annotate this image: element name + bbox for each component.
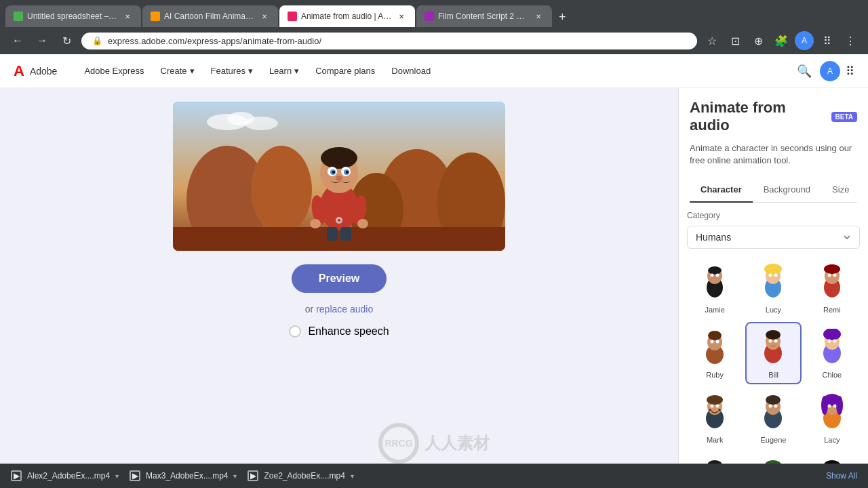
tab-close-2[interactable]: ✕: [259, 11, 270, 22]
svg-point-52: [774, 340, 778, 343]
chevron-down-icon-3[interactable]: ▾: [351, 472, 354, 480]
tab-bar: Untitled spreadsheet – Google ... ✕ AI C…: [0, 0, 868, 27]
character-card-eugene[interactable]: Eugene: [745, 387, 801, 449]
enhance-speech-radio[interactable]: [289, 325, 301, 338]
character-avatar-lucy: [753, 262, 793, 303]
browser-tab-1[interactable]: Untitled spreadsheet – Google ... ✕: [5, 5, 141, 27]
character-card-ruby[interactable]: Ruby: [687, 322, 743, 384]
browser-tab-2[interactable]: AI Cartoon Film Animation – C... ✕: [142, 5, 278, 27]
file-icon-2: ▶: [130, 470, 140, 481]
header-avatar[interactable]: A: [820, 61, 840, 81]
character-name-jamie: Jamie: [705, 306, 724, 314]
character-card-lucy[interactable]: Lucy: [745, 257, 801, 319]
character-card-mark[interactable]: Mark: [687, 387, 743, 449]
tab-favicon-1: [14, 12, 23, 21]
new-tab-button[interactable]: +: [553, 7, 572, 27]
character-avatar-jamie: [694, 262, 735, 303]
svg-point-37: [774, 274, 778, 277]
character-card-lacy[interactable]: Lacy: [804, 387, 860, 449]
browser-tab-3[interactable]: Animate from audio | Adobe E... ✕: [279, 5, 415, 27]
tab-favicon-4: [425, 12, 434, 21]
tab-character[interactable]: Character: [690, 178, 753, 203]
character-card-chloe[interactable]: Chloe: [804, 322, 860, 384]
tab-favicon-3: [288, 12, 297, 21]
svg-point-72: [823, 394, 841, 406]
tab-close-3[interactable]: ✕: [396, 11, 407, 22]
user-avatar[interactable]: A: [795, 31, 814, 50]
svg-point-67: [774, 405, 778, 408]
svg-point-22: [310, 219, 321, 228]
chloe-icon: [815, 329, 849, 367]
svg-point-41: [827, 274, 831, 277]
forward-button[interactable]: →: [33, 31, 52, 50]
character-name-bill: Bill: [768, 371, 778, 379]
category-select[interactable]: Humans Animals Fantasy Robots: [687, 226, 860, 249]
header-right: 🔍 A ⠿: [794, 61, 854, 81]
bookmark-button[interactable]: ☆: [703, 31, 722, 50]
character-avatar-lacy: [812, 392, 852, 433]
zoom-button[interactable]: ⊕: [749, 31, 768, 50]
nav-download[interactable]: Download: [384, 63, 437, 79]
extension-button[interactable]: 🧩: [772, 31, 791, 50]
reload-button[interactable]: ↻: [57, 31, 76, 50]
adobe-logo: A Adobe: [14, 62, 57, 80]
menu-button[interactable]: ⋮: [841, 31, 860, 50]
search-button[interactable]: 🔍: [794, 61, 814, 81]
chevron-down-icon: ▾: [190, 66, 195, 76]
character-name-chloe: Chloe: [822, 371, 842, 379]
chevron-down-icon: ▾: [294, 66, 299, 76]
nav-create[interactable]: Create ▾: [154, 63, 201, 79]
apps-button[interactable]: ⠿: [818, 31, 837, 50]
svg-point-12: [321, 147, 357, 169]
character-name-ruby: Ruby: [706, 371, 724, 379]
svg-point-51: [769, 340, 772, 343]
tab-label-1: Untitled spreadsheet – Google ...: [27, 12, 118, 21]
browser-tab-4[interactable]: Film Content Script 2 – Googl... ✕: [416, 5, 552, 27]
replace-audio-link[interactable]: replace audio: [316, 304, 373, 314]
cast-button[interactable]: ⊡: [726, 31, 745, 50]
back-button[interactable]: ←: [8, 31, 27, 50]
svg-point-66: [769, 405, 772, 408]
character-name-eugene: Eugene: [761, 436, 787, 444]
download-label-1: Alex2_AdobeEx....mp4: [27, 471, 110, 481]
file-icon-3: ▶: [248, 470, 258, 481]
character-name-mark: Mark: [707, 436, 723, 444]
remi-icon: [815, 264, 849, 302]
nav-features[interactable]: Features ▾: [204, 63, 260, 79]
nav-compare-plans[interactable]: Compare plans: [309, 63, 382, 79]
tab-close-4[interactable]: ✕: [533, 11, 544, 22]
tab-background[interactable]: Background: [753, 178, 821, 203]
svg-point-57: [833, 340, 836, 343]
nav-adobe-express[interactable]: Adobe Express: [77, 63, 151, 79]
svg-point-60: [707, 395, 723, 405]
character-card-bill[interactable]: Bill: [745, 322, 801, 384]
tab-size[interactable]: Size: [821, 178, 860, 203]
svg-point-61: [711, 405, 714, 408]
chevron-down-icon-1[interactable]: ▾: [115, 472, 119, 480]
panel-header: Animate from audio BETA Animate a charac…: [679, 88, 868, 203]
character-card-jamie[interactable]: Jamie: [687, 257, 743, 319]
address-box[interactable]: 🔒 express.adobe.com/express-apps/animate…: [81, 33, 697, 49]
chevron-down-icon-2[interactable]: ▾: [233, 472, 237, 480]
character-avatar-mark: [694, 392, 735, 433]
svg-rect-24: [327, 227, 338, 241]
replace-audio-row: or replace audio: [305, 304, 373, 314]
svg-point-62: [716, 405, 719, 408]
apps-grid-icon[interactable]: ⠿: [846, 64, 854, 79]
tab-close-1[interactable]: ✕: [122, 11, 133, 22]
right-panel: Animate from audio BETA Animate a charac…: [678, 88, 868, 488]
tab-label-2: AI Cartoon Film Animation – C...: [164, 12, 255, 21]
nav-learn[interactable]: Learn ▾: [262, 63, 306, 79]
svg-point-46: [711, 340, 714, 344]
panel-tabs: Character Background Size: [690, 178, 857, 203]
character-avatar-chloe: [812, 327, 852, 368]
tab-favicon-2: [151, 12, 160, 21]
show-all-button[interactable]: Show All: [826, 471, 857, 481]
preview-button[interactable]: Preview: [292, 264, 387, 293]
panel-title-row: Animate from audio BETA: [690, 99, 857, 134]
adobe-text: Adobe: [30, 66, 57, 77]
download-item-3: ▶ Zoe2_AdobeEx....mp4 ▾: [248, 470, 353, 481]
character-card-remi[interactable]: Remi: [804, 257, 860, 319]
svg-point-3: [244, 117, 278, 130]
chevron-down-icon: ▾: [248, 66, 253, 76]
